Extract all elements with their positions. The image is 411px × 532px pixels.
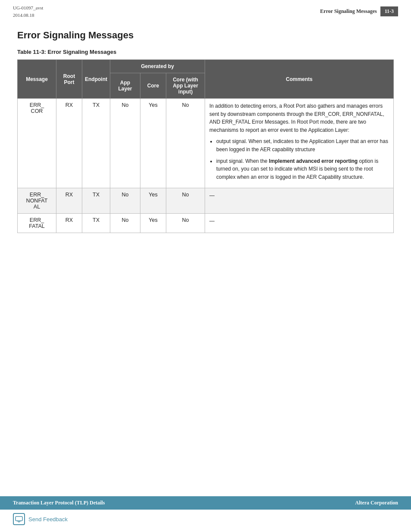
cell-endpoint-2: TX	[82, 188, 110, 214]
page-footer: Transaction Layer Protocol (TLP) Details…	[0, 496, 411, 532]
header-section-title: Error Signaling Messages	[320, 8, 380, 15]
cell-comments-3: —	[205, 214, 394, 233]
footer-left-text: Transaction Layer Protocol (TLP) Details	[13, 500, 105, 506]
cell-core-with-2: No	[166, 188, 205, 214]
cell-app-layer-1: No	[110, 99, 140, 188]
svg-rect-0	[16, 516, 22, 521]
cell-core-with-1: No	[166, 99, 205, 188]
cell-root-port-2: RX	[56, 188, 82, 214]
cell-core-with-3: No	[166, 214, 205, 233]
cell-endpoint-3: TX	[82, 214, 110, 233]
footer-feedback: Send Feedback	[0, 510, 411, 532]
col-header-endpoint: Endpoint	[82, 60, 110, 99]
col-header-comments: Comments	[205, 60, 394, 99]
page-number: 11-3	[380, 6, 398, 16]
col-header-generated-by: Generated by	[110, 60, 205, 73]
cell-core-3: Yes	[140, 214, 166, 233]
page-header: UG-01097_avst 2014.08.18 Error Signaling…	[0, 0, 411, 21]
table-caption: Table 11-3: Error Signaling Messages	[17, 49, 394, 55]
cell-core-1: Yes	[140, 99, 166, 188]
doc-id: UG-01097_avst	[13, 4, 43, 12]
footer-bar: Transaction Layer Protocol (TLP) Details…	[0, 496, 411, 510]
feedback-icon	[13, 513, 25, 525]
comments-intro-1: In addition to detecting errors, a Root …	[209, 103, 384, 133]
footer-right-text: Altera Corporation	[355, 500, 398, 506]
header-right: Error Signaling Messages 11-3	[320, 6, 398, 16]
col-header-core-with: Core (with App Layer input)	[166, 73, 205, 99]
cell-app-layer-3: No	[110, 214, 140, 233]
col-header-root-port: Root Port	[56, 60, 82, 99]
doc-date: 2014.08.18	[13, 12, 43, 19]
col-header-app-layer: App Layer	[110, 73, 140, 99]
cell-message-3: ERR_FATAL	[18, 214, 56, 233]
page-title: Error Signaling Messages	[17, 30, 394, 41]
table-row: ERR_COR RX TX No Yes No In addition to d…	[18, 99, 394, 188]
col-header-message: Message	[18, 60, 56, 99]
cell-root-port-3: RX	[56, 214, 82, 233]
comments-bullets-1: output signal. When set, indicates to th…	[216, 137, 389, 181]
bullet-item-2: input signal. When the Implement advance…	[216, 157, 389, 181]
cell-comments-1: In addition to detecting errors, a Root …	[205, 99, 394, 188]
cell-comments-2: —	[205, 188, 394, 214]
table-row: ERR_NONFATAL RX TX No Yes No —	[18, 188, 394, 214]
col-header-core: Core	[140, 73, 166, 99]
bullet-item-1: output signal. When set, indicates to th…	[216, 137, 389, 153]
doc-info: UG-01097_avst 2014.08.18	[13, 4, 43, 19]
cell-message-1: ERR_COR	[18, 99, 56, 188]
cell-app-layer-2: No	[110, 188, 140, 214]
table-row: ERR_FATAL RX TX No Yes No —	[18, 214, 394, 233]
error-signaling-table: Message Root Port Endpoint Generated by …	[17, 59, 394, 233]
cell-core-2: Yes	[140, 188, 166, 214]
main-content: Error Signaling Messages Table 11-3: Err…	[0, 21, 411, 242]
cell-endpoint-1: TX	[82, 99, 110, 188]
cell-root-port-1: RX	[56, 99, 82, 188]
cell-message-2: ERR_NONFATAL	[18, 188, 56, 214]
send-feedback-link[interactable]: Send Feedback	[28, 516, 68, 523]
